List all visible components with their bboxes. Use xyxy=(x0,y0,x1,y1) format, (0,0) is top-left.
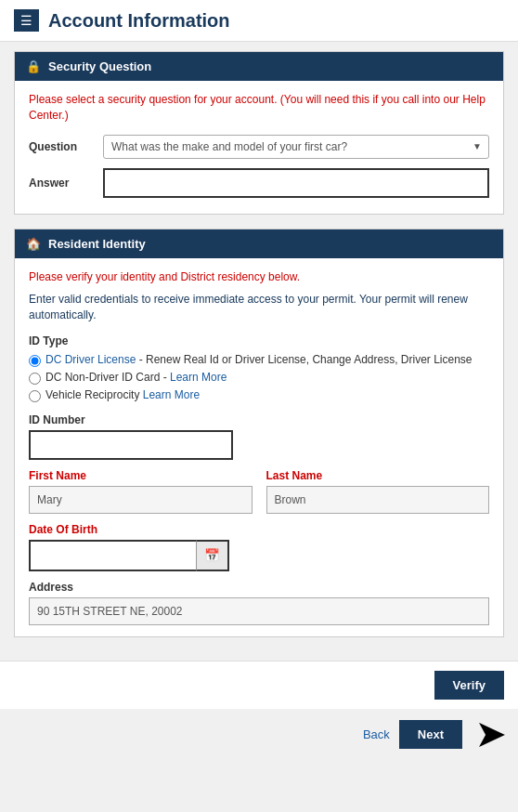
security-info-text: Please select a security question for yo… xyxy=(29,92,489,124)
dob-row: 📅 xyxy=(29,540,489,571)
last-name-col: Last Name xyxy=(266,469,490,514)
first-name-col: First Name xyxy=(29,469,253,514)
dc-non-driver-learn-more-link[interactable]: Learn More xyxy=(170,371,227,384)
dob-input[interactable] xyxy=(29,540,196,571)
id-number-label: ID Number xyxy=(29,413,489,426)
radio-dc-driver-license: DC Driver License - Renew Real Id or Dri… xyxy=(29,353,489,367)
security-question-card: 🔒 Security Question Please select a secu… xyxy=(14,51,504,215)
back-link[interactable]: Back xyxy=(363,727,390,741)
next-button[interactable]: Next xyxy=(399,720,462,749)
question-select[interactable]: What was the make and model of your firs… xyxy=(103,135,489,159)
verify-row: Verify xyxy=(0,661,518,709)
id-number-input[interactable] xyxy=(29,430,233,460)
account-icon: ☰ xyxy=(14,9,39,32)
home-icon: 🏠 xyxy=(26,237,41,251)
question-row: Question What was the make and model of … xyxy=(29,135,489,159)
id-type-radio-group: DC Driver License - Renew Real Id or Dri… xyxy=(29,353,489,402)
resident-info-text: Please verify your identity and District… xyxy=(29,269,489,285)
answer-row: Answer xyxy=(29,168,489,198)
radio-dc-non-driver-input[interactable] xyxy=(29,373,41,385)
radio-vehicle-reciprocity: Vehicle Reciprocity Learn More xyxy=(29,388,489,402)
radio-vehicle-reciprocity-input[interactable] xyxy=(29,390,41,402)
vehicle-reciprocity-learn-more-link[interactable]: Learn More xyxy=(143,388,200,401)
radio-dc-non-driver: DC Non-Driver ID Card - Learn More xyxy=(29,371,489,385)
radio-dc-driver-license-input[interactable] xyxy=(29,355,41,367)
answer-input[interactable] xyxy=(103,168,489,198)
dob-label: Date Of Birth xyxy=(29,523,489,536)
last-name-input[interactable] xyxy=(266,486,490,514)
first-name-label: First Name xyxy=(29,469,253,482)
arrow-right-icon: ➤ xyxy=(476,718,504,752)
security-question-header: 🔒 Security Question xyxy=(15,52,503,81)
question-label: Question xyxy=(29,140,94,153)
calendar-button[interactable]: 📅 xyxy=(196,540,229,571)
address-input xyxy=(29,597,489,625)
resident-sub-info: Enter valid credentials to receive immed… xyxy=(29,292,489,323)
dc-driver-license-link[interactable]: DC Driver License xyxy=(45,353,136,366)
id-type-label: ID Type xyxy=(29,334,489,347)
name-row: First Name Last Name xyxy=(29,469,489,514)
first-name-input[interactable] xyxy=(29,486,253,514)
verify-button[interactable]: Verify xyxy=(434,671,504,700)
address-label: Address xyxy=(29,581,489,594)
page-title: Account Information xyxy=(48,10,230,32)
page-header: ☰ Account Information xyxy=(0,0,518,42)
lock-icon: 🔒 xyxy=(26,59,41,73)
resident-identity-card: 🏠 Resident Identity Please verify your i… xyxy=(14,229,504,637)
nav-row: Back Next ➤ xyxy=(0,714,518,761)
question-select-wrapper[interactable]: What was the make and model of your firs… xyxy=(103,135,489,159)
last-name-label: Last Name xyxy=(266,469,490,482)
answer-label: Answer xyxy=(29,177,94,190)
resident-identity-header: 🏠 Resident Identity xyxy=(15,229,503,258)
